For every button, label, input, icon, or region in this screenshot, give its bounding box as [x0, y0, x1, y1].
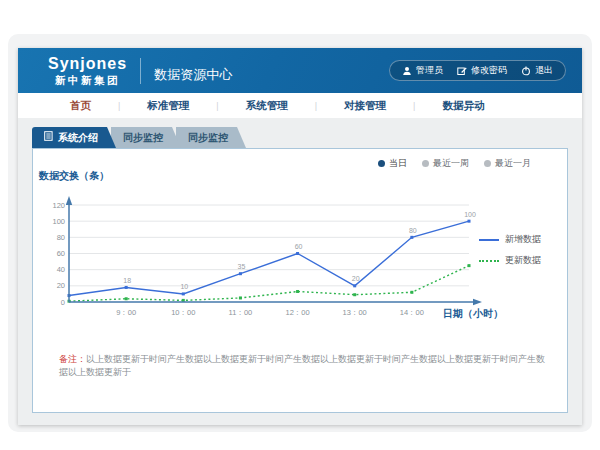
- svg-text:100: 100: [52, 217, 65, 226]
- footer-note: 备注：以上数据更新于时间产生数据以上数据更新于时间产生数据以上数据更新于时间产生…: [59, 353, 553, 378]
- tab-label: 同步监控: [123, 132, 163, 143]
- logout-button[interactable]: 退出: [521, 64, 553, 77]
- blue-line-swatch-icon: [479, 239, 499, 241]
- app-window: Synjones 新中新集团 数据资源中心 管理员 修改密码: [18, 48, 582, 425]
- nav-item-home[interactable]: 首页: [70, 99, 91, 113]
- svg-text:80: 80: [57, 233, 65, 242]
- nav-separator: |: [315, 101, 317, 111]
- logo-chinese-name: 新中新集团: [48, 75, 127, 86]
- change-password-label: 修改密码: [471, 64, 507, 77]
- nav-separator: |: [413, 101, 415, 111]
- edit-pen-icon: [457, 66, 467, 76]
- admin-label: 管理员: [416, 64, 443, 77]
- admin-user-button[interactable]: 管理员: [402, 64, 443, 77]
- legend-item-updated-data: 更新数据: [479, 254, 557, 267]
- green-dotted-swatch-icon: [479, 260, 499, 262]
- change-password-button[interactable]: 修改密码: [457, 64, 507, 77]
- radio-icon: [484, 160, 491, 167]
- svg-text:9：00: 9：00: [116, 308, 136, 317]
- svg-text:60: 60: [57, 249, 65, 258]
- tab-sync-monitor-1[interactable]: 同步监控: [111, 127, 181, 148]
- legend-item-new-data: 新增数据: [479, 233, 557, 246]
- nav-item-standard-mgmt[interactable]: 标准管理: [147, 99, 189, 113]
- svg-text:0: 0: [61, 298, 65, 307]
- chart-svg: 0204060801001209：0010：0011：0012：0013：001…: [39, 187, 499, 327]
- svg-text:40: 40: [57, 265, 65, 274]
- main-nav: 首页 | 标准管理 | 系统管理 | 对接管理 | 数据异动: [18, 93, 582, 118]
- svg-text:60: 60: [295, 243, 303, 250]
- tab-label: 系统介绍: [58, 127, 98, 148]
- line-chart: 0204060801001209：0010：0011：0012：0013：001…: [39, 187, 499, 327]
- nav-item-data-change[interactable]: 数据异动: [442, 99, 484, 113]
- svg-text:10: 10: [180, 283, 188, 290]
- app-header: Synjones 新中新集团 数据资源中心 管理员 修改密码: [18, 48, 582, 93]
- svg-text:20: 20: [57, 281, 65, 290]
- nav-separator: |: [118, 101, 120, 111]
- app-title: 数据资源中心: [154, 66, 232, 84]
- document-icon: [44, 127, 53, 148]
- svg-text:10：00: 10：00: [171, 308, 195, 317]
- user-icon: [402, 66, 412, 76]
- svg-text:35: 35: [238, 263, 246, 270]
- svg-text:12：00: 12：00: [285, 308, 309, 317]
- nav-separator: |: [216, 101, 218, 111]
- svg-text:11：00: 11：00: [229, 308, 253, 317]
- svg-text:20: 20: [352, 275, 360, 282]
- range-label: 最近一月: [495, 157, 531, 170]
- nav-item-system-mgmt[interactable]: 系统管理: [246, 99, 288, 113]
- svg-text:14：00: 14：00: [400, 308, 424, 317]
- power-icon: [521, 66, 531, 76]
- logo-wordmark: Synjones: [48, 56, 127, 72]
- chart-legend: 新增数据 更新数据: [479, 233, 557, 275]
- company-logo: Synjones 新中新集团: [48, 56, 127, 86]
- header-divider: [140, 58, 141, 84]
- svg-text:13：00: 13：00: [343, 308, 367, 317]
- tab-sync-monitor-2[interactable]: 同步监控: [176, 127, 246, 148]
- chart-panel: 当日 最近一周 最近一月 数据交换（条） 0204060801001209：00…: [32, 148, 568, 413]
- range-option-last-month[interactable]: 最近一月: [484, 157, 531, 170]
- range-option-last-week[interactable]: 最近一周: [422, 157, 469, 170]
- tab-bar: 系统介绍 同步监控 同步监控: [32, 127, 246, 148]
- x-axis-title: 日期（小时）: [443, 307, 503, 321]
- radio-icon: [422, 160, 429, 167]
- legend-label: 新增数据: [505, 233, 541, 246]
- svg-text:100: 100: [464, 211, 476, 218]
- content-area: 系统介绍 同步监控 同步监控 当日 最近一周: [18, 118, 582, 425]
- radio-icon: [378, 160, 385, 167]
- user-menu: 管理员 修改密码 退出: [389, 60, 566, 81]
- range-label: 最近一周: [433, 157, 469, 170]
- range-label: 当日: [389, 157, 407, 170]
- range-option-today[interactable]: 当日: [378, 157, 407, 170]
- svg-text:80: 80: [409, 227, 417, 234]
- tab-system-intro[interactable]: 系统介绍: [32, 127, 116, 148]
- time-range-selector: 当日 最近一周 最近一月: [378, 157, 531, 170]
- nav-item-interface-mgmt[interactable]: 对接管理: [344, 99, 386, 113]
- y-axis-title: 数据交换（条）: [39, 169, 109, 183]
- legend-label: 更新数据: [505, 254, 541, 267]
- tab-label: 同步监控: [188, 132, 228, 143]
- note-text: 以上数据更新于时间产生数据以上数据更新于时间产生数据以上数据更新于时间产生数据以…: [59, 354, 545, 377]
- note-prefix: 备注：: [59, 354, 86, 364]
- logout-label: 退出: [535, 64, 553, 77]
- svg-text:120: 120: [52, 201, 65, 210]
- svg-text:18: 18: [123, 277, 131, 284]
